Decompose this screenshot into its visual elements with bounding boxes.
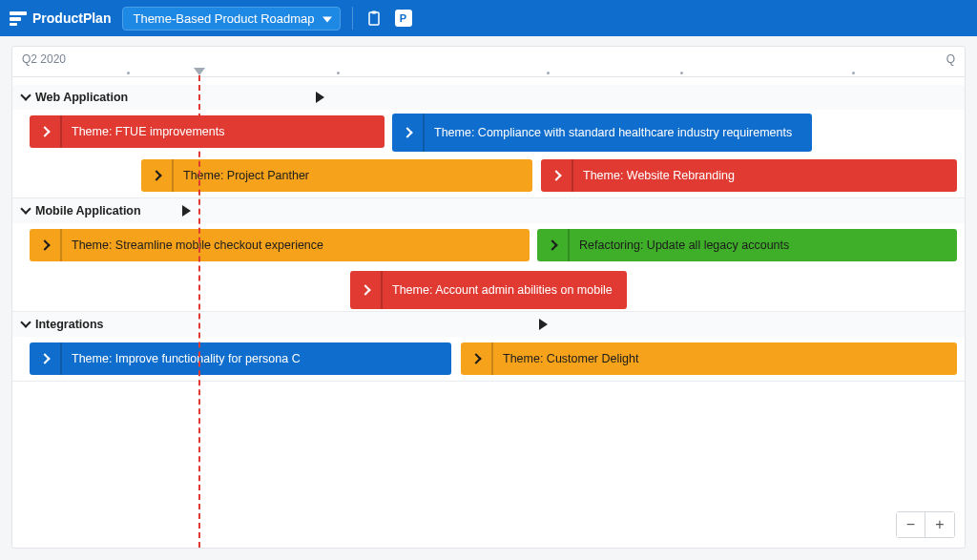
chevron-right-icon [549, 239, 556, 252]
chevron-right-icon [41, 239, 49, 252]
chevron-down-icon [22, 91, 30, 104]
chevron-right-icon [41, 352, 49, 365]
lane-row: Theme: Project PantherTheme: Website Reb… [12, 154, 965, 197]
bar-expand-handle[interactable] [30, 229, 62, 261]
chevron-right-icon [552, 169, 560, 182]
bar-label: Refactoring: Update all legacy accounts [579, 239, 789, 252]
product-name: ProductPlan [32, 10, 111, 26]
lane-header[interactable]: Web Application [12, 85, 965, 110]
clipboard-icon[interactable] [364, 9, 384, 28]
roadmap-title: Theme-Based Product Roadmap [133, 11, 314, 26]
zoom-in-button[interactable]: + [925, 512, 954, 537]
zoom-out-button[interactable]: − [897, 512, 925, 537]
timeline-ticks [12, 72, 965, 77]
lane-body: Theme: Streamline mobile checkout experi… [12, 223, 965, 311]
timeline-right-label: Q [946, 52, 955, 66]
bar-label: Theme: Improve functionality for persona… [72, 352, 301, 365]
chevron-down-icon [22, 204, 30, 218]
bar-expand-handle[interactable] [392, 114, 425, 152]
chevron-down-icon [22, 318, 30, 331]
lane-row: Theme: Improve functionality for persona… [12, 337, 965, 381]
svg-rect-0 [369, 12, 379, 25]
bar-label: Theme: Customer Delight [503, 352, 638, 365]
bar-expand-handle[interactable] [350, 271, 383, 309]
bar-label: Theme: Account admin abilities on mobile [392, 283, 613, 297]
bar-label: Theme: Project Panther [183, 169, 309, 182]
divider [352, 7, 353, 30]
roadmap-bar[interactable]: Theme: Project Panther [141, 159, 532, 192]
bar-expand-handle[interactable] [30, 115, 62, 148]
logo[interactable]: ProductPlan [10, 10, 111, 26]
roadmap-canvas: Q2 2020 Q Web ApplicationTheme: FTUE imp… [11, 46, 966, 549]
bar-label: Theme: Website Rebranding [583, 169, 735, 182]
chevron-right-icon [362, 283, 369, 297]
zoom-controls: − + [896, 511, 955, 538]
bar-label: Theme: Compliance with standard healthca… [434, 126, 792, 139]
lane-header[interactable]: Mobile Application [12, 198, 965, 223]
lane-row: Theme: Account admin abilities on mobile [12, 267, 965, 311]
play-icon[interactable] [182, 205, 191, 219]
lane-body: Theme: FTUE improvementsTheme: Complianc… [12, 110, 965, 197]
lanes-container: Web ApplicationTheme: FTUE improvementsT… [12, 85, 965, 548]
timeline-left-label: Q2 2020 [22, 52, 66, 66]
roadmap-bar[interactable]: Refactoring: Update all legacy accounts [537, 229, 957, 261]
bar-label: Theme: Streamline mobile checkout experi… [72, 239, 323, 252]
lane-body: Theme: Improve functionality for persona… [12, 337, 965, 381]
roadmap-selector[interactable]: Theme-Based Product Roadmap [122, 7, 340, 31]
bar-expand-handle[interactable] [30, 342, 62, 375]
bar-expand-handle[interactable] [461, 342, 493, 375]
lane: IntegrationsTheme: Improve functionality… [12, 312, 965, 382]
chevron-right-icon [41, 125, 49, 138]
lane-row: Theme: Streamline mobile checkout experi… [12, 223, 965, 267]
roadmap-bar[interactable]: Theme: Compliance with standard healthca… [392, 114, 812, 152]
roadmap-bar[interactable]: Theme: Improve functionality for persona… [30, 342, 451, 375]
chevron-down-icon [322, 11, 332, 26]
play-icon[interactable] [316, 92, 324, 106]
bar-expand-handle[interactable] [141, 159, 174, 192]
chevron-right-icon [404, 126, 411, 139]
lane-header[interactable]: Integrations [12, 312, 965, 337]
bar-expand-handle[interactable] [541, 159, 573, 192]
roadmap-bar[interactable]: Theme: Account admin abilities on mobile [350, 271, 627, 309]
chevron-right-icon [153, 169, 160, 182]
parking-lot-icon[interactable]: P [395, 10, 412, 27]
lane: Web ApplicationTheme: FTUE improvementsT… [12, 85, 965, 198]
play-icon[interactable] [539, 319, 548, 333]
top-bar: ProductPlan Theme-Based Product Roadmap … [0, 0, 977, 36]
lane-title: Mobile Application [35, 204, 141, 218]
lane-title: Web Application [35, 91, 128, 104]
chevron-right-icon [472, 352, 480, 365]
bar-expand-handle[interactable] [537, 229, 570, 261]
roadmap-bar[interactable]: Theme: Website Rebranding [541, 159, 957, 192]
svg-rect-1 [371, 11, 376, 14]
lane-row: Theme: FTUE improvementsTheme: Complianc… [12, 110, 965, 154]
lane: Mobile ApplicationTheme: Streamline mobi… [12, 198, 965, 312]
roadmap-bar[interactable]: Theme: FTUE improvements [30, 115, 385, 148]
logo-icon [10, 11, 27, 25]
roadmap-bar[interactable]: Theme: Streamline mobile checkout experi… [30, 229, 530, 261]
bar-label: Theme: FTUE improvements [72, 125, 224, 138]
lane-title: Integrations [35, 318, 104, 331]
roadmap-bar[interactable]: Theme: Customer Delight [461, 342, 957, 375]
